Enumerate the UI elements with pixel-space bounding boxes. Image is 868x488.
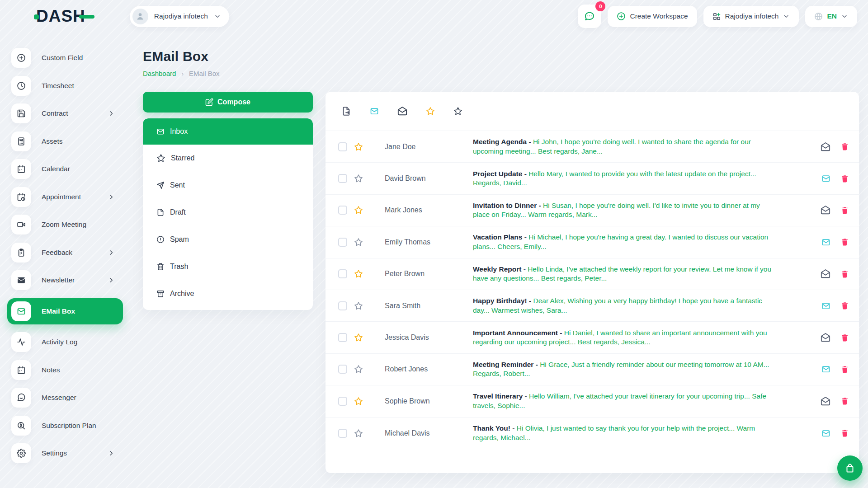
file-export-toolbar-icon[interactable] (341, 106, 351, 116)
email-snippet: Project Update - Hello Mary, I wanted to… (473, 169, 821, 188)
email-subject: Travel Itinerary - (473, 392, 529, 400)
email-checkbox[interactable] (338, 301, 347, 310)
star-icon[interactable] (354, 206, 363, 215)
sidebar-item-calendar[interactable]: Calendar (7, 159, 123, 179)
mail-icon[interactable] (821, 238, 830, 247)
shopping-bag-icon (844, 463, 855, 474)
compose-button[interactable]: Compose (143, 92, 313, 113)
sidebar-item-subscription-plan[interactable]: Subscription Plan (7, 416, 123, 436)
mail-open-icon[interactable] (821, 269, 830, 279)
mail-open-icon[interactable] (821, 205, 830, 215)
sidebar-item-email-box[interactable]: EMail Box (7, 298, 123, 324)
email-row[interactable]: Emily ThomasVacation Plans - Hi Michael,… (326, 226, 859, 258)
sidebar-item-timesheet[interactable]: Timesheet (7, 76, 123, 96)
company-menu-label: Rajodiya infotech (725, 12, 779, 20)
email-checkbox[interactable] (338, 174, 347, 183)
create-workspace-button[interactable]: Create Workspace (608, 6, 697, 27)
email-checkbox[interactable] (338, 142, 347, 151)
chat-button[interactable]: 0 (578, 5, 601, 28)
email-row[interactable]: Peter BrownWeekly Report - Hello Linda, … (326, 258, 859, 290)
email-subject: Vacation Plans - (473, 233, 528, 241)
archive-icon (156, 290, 165, 298)
star-icon[interactable] (354, 142, 363, 151)
sidebar-item-messenger[interactable]: Messenger (7, 388, 123, 408)
mail-open-icon[interactable] (821, 142, 830, 152)
sidebar-item-activity-log[interactable]: Activity Log (7, 332, 123, 352)
trash-icon[interactable] (840, 397, 849, 405)
email-row[interactable]: Robert JonesMeeting Reminder - Hi Grace,… (326, 354, 859, 385)
trash-icon[interactable] (840, 142, 849, 151)
trash-icon[interactable] (840, 174, 849, 183)
sidebar-item-label: Timesheet (42, 82, 74, 90)
trash-icon[interactable] (840, 429, 849, 437)
email-checkbox[interactable] (338, 269, 347, 278)
breadcrumb-item[interactable]: Dashboard (143, 70, 176, 77)
folder-item-draft[interactable]: Draft (143, 199, 313, 226)
star-icon[interactable] (354, 397, 363, 406)
email-row[interactable]: Sara SmithHappy Birthday! - Dear Alex, W… (326, 290, 859, 322)
main-content: EMail Box Dashboard›EMail Box Compose In… (143, 33, 868, 488)
mail-icon[interactable] (821, 174, 830, 183)
folder-item-sent[interactable]: Sent (143, 172, 313, 199)
email-checkbox[interactable] (338, 238, 347, 247)
star-toolbar-icon[interactable] (453, 107, 462, 116)
trash-icon[interactable] (840, 365, 849, 374)
email-row[interactable]: David BrownProject Update - Hello Mary, … (326, 163, 859, 194)
star-icon[interactable] (354, 365, 363, 374)
star-icon[interactable] (354, 333, 363, 342)
mail-open-icon[interactable] (821, 333, 830, 343)
folder-item-starred[interactable]: Starred (143, 145, 313, 172)
mail-icon[interactable] (821, 365, 830, 374)
sidebar-item-settings[interactable]: Settings (7, 443, 123, 463)
email-subject: Meeting Reminder - (473, 361, 540, 368)
folder-item-archive[interactable]: Archive (143, 280, 313, 307)
trash-icon[interactable] (840, 206, 849, 215)
trash-icon[interactable] (840, 333, 849, 342)
sidebar-item-label: Messenger (42, 394, 76, 402)
sidebar-item-newsletter[interactable]: Newsletter (7, 270, 123, 290)
email-row[interactable]: Michael DavisThank You! - Hi Olivia, I j… (326, 418, 859, 449)
star-icon[interactable] (354, 429, 363, 438)
mail-toolbar-icon[interactable] (370, 107, 379, 116)
sidebar-item-assets[interactable]: Assets (7, 131, 123, 151)
email-row[interactable]: Mark JonesInvitation to Dinner - Hi Susa… (326, 195, 859, 226)
sidebar-item-label: Zoom Meeting (42, 221, 86, 229)
email-row[interactable]: Jane DoeMeeting Agenda - Hi John, I hope… (326, 131, 859, 163)
star-icon[interactable] (354, 174, 363, 183)
trash-icon[interactable] (840, 238, 849, 246)
mail-folders-panel: Compose InboxStarredSentDraftSpamTrashAr… (143, 92, 313, 310)
mail-open-toolbar-icon[interactable] (397, 106, 407, 116)
star-toolbar-icon[interactable] (426, 107, 435, 116)
language-selector[interactable]: EN (805, 6, 857, 27)
sidebar-item-feedback[interactable]: Feedback (7, 243, 123, 263)
folder-item-spam[interactable]: Spam (143, 226, 313, 253)
email-checkbox[interactable] (338, 206, 347, 215)
mail-icon[interactable] (821, 429, 830, 438)
mail-icon[interactable] (821, 301, 830, 310)
star-icon[interactable] (354, 301, 363, 310)
folder-item-inbox[interactable]: Inbox (143, 118, 313, 145)
trash-icon[interactable] (840, 301, 849, 310)
email-sender: Mark Jones (385, 206, 473, 214)
sidebar-item-appointment[interactable]: Appointment (7, 187, 123, 207)
email-row[interactable]: Jessica DavisImportant Announcement - Hi… (326, 322, 859, 353)
email-row[interactable]: Sophie BrownTravel Itinerary - Hello Wil… (326, 385, 859, 417)
sidebar-item-custom-field[interactable]: Custom Field (7, 48, 123, 68)
folder-item-trash[interactable]: Trash (143, 253, 313, 280)
app-logo[interactable]: DASH (34, 7, 94, 26)
sidebar-item-notes[interactable]: Notes (7, 360, 123, 380)
email-checkbox[interactable] (338, 429, 347, 438)
star-icon[interactable] (354, 269, 363, 278)
email-checkbox[interactable] (338, 365, 347, 374)
sidebar-item-contract[interactable]: Contract (7, 103, 123, 123)
mail-open-icon[interactable] (821, 396, 830, 406)
company-menu[interactable]: Rajodiya infotech (703, 6, 799, 27)
sidebar-item-zoom-meeting[interactable]: Zoom Meeting (7, 215, 123, 235)
star-icon[interactable] (354, 238, 363, 247)
store-fab-button[interactable] (837, 455, 863, 481)
email-checkbox[interactable] (338, 397, 347, 406)
settings-icon (11, 443, 31, 463)
workspace-switcher[interactable]: Rajodiya infotech (130, 6, 229, 27)
email-checkbox[interactable] (338, 333, 347, 342)
trash-icon[interactable] (840, 270, 849, 278)
